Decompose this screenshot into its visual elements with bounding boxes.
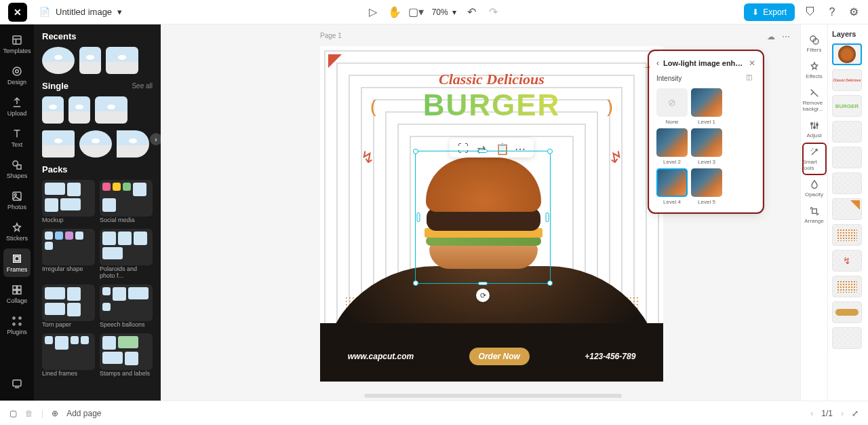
rail-collage[interactable]: Collage	[3, 280, 31, 308]
rr-opacity[interactable]: Opacity	[803, 176, 826, 201]
frame-thumb[interactable]	[42, 96, 64, 124]
pages-icon[interactable]: ▢	[9, 409, 17, 418]
app-logo[interactable]: ✕	[8, 3, 27, 22]
pack-mockup[interactable]	[42, 180, 95, 217]
rail-upload[interactable]: Upload	[3, 92, 31, 121]
order-button[interactable]: Order Now	[469, 348, 530, 365]
headline-1[interactable]: Classic Delicious	[320, 71, 663, 88]
website-text[interactable]: www.capcut.com	[348, 352, 414, 361]
rr-filters[interactable]: Filters	[803, 31, 826, 56]
zoom-level[interactable]: 70%	[432, 7, 448, 17]
chevron-down-icon[interactable]: ▾	[452, 7, 456, 17]
rail-frames[interactable]: Frames	[3, 248, 31, 277]
pack-torn[interactable]	[42, 284, 95, 321]
pack-irregular[interactable]	[42, 229, 95, 265]
layer-item[interactable]	[832, 224, 862, 246]
undo-icon[interactable]: ↶	[466, 6, 478, 18]
close-icon[interactable]: ✕	[749, 58, 755, 68]
rr-adjust[interactable]: Adjust	[803, 117, 826, 142]
cursor-icon[interactable]: ▷	[367, 6, 379, 18]
level-2[interactable]: Level 2	[656, 128, 688, 165]
carousel-next-icon[interactable]: ›	[150, 133, 161, 145]
more-icon[interactable]: ⋯	[782, 32, 790, 41]
fit-icon[interactable]: ⤢	[852, 409, 859, 418]
frame-thumb[interactable]	[117, 130, 149, 158]
document-title[interactable]: Untitled image	[56, 7, 112, 17]
copy-icon[interactable]: 📋	[496, 143, 507, 153]
link-icon[interactable]: ⇄	[477, 143, 488, 153]
pack-stamps[interactable]	[100, 333, 153, 370]
frame-thumb[interactable]	[42, 47, 75, 74]
corner-decoration	[327, 53, 343, 69]
level-5[interactable]: Level 5	[691, 168, 722, 205]
rail-shapes[interactable]: Shapes	[3, 155, 31, 183]
frame-thumb[interactable]	[79, 47, 101, 74]
settings-icon[interactable]: ⚙	[848, 6, 860, 18]
canvas-page[interactable]: Classic Delicious BURGER ( ) ↯ ↯ www.cap…	[320, 46, 663, 382]
compare-icon[interactable]: ◫	[746, 73, 755, 83]
frame-thumb[interactable]	[68, 96, 90, 124]
layer-item[interactable]	[832, 276, 862, 297]
chevron-down-icon[interactable]: ▾	[117, 7, 122, 17]
prev-page-icon[interactable]: ‹	[810, 409, 813, 418]
frame-thumb[interactable]	[79, 130, 112, 158]
phone-text[interactable]: +123-456-789	[585, 352, 635, 361]
add-page-button[interactable]: Add page	[66, 409, 101, 418]
rail-feedback[interactable]	[3, 373, 31, 394]
delete-icon[interactable]: 🗑	[25, 409, 33, 418]
add-page-icon[interactable]: ⊕	[52, 409, 58, 418]
single-heading: Single	[42, 81, 68, 91]
rail-plugins[interactable]: Plugins	[3, 311, 31, 339]
level-3[interactable]: Level 3	[691, 128, 722, 165]
see-all-link[interactable]: See all	[132, 82, 153, 90]
export-button[interactable]: ⬇ Export	[744, 3, 795, 21]
back-icon[interactable]: ‹	[656, 58, 659, 68]
layer-item[interactable]	[832, 147, 862, 168]
page-label: Page 1	[320, 32, 342, 39]
frame-thumb[interactable]	[95, 96, 127, 124]
layer-item[interactable]	[832, 121, 862, 143]
rr-remove-bg[interactable]: Remove backgr...	[803, 84, 826, 115]
hand-icon[interactable]: ✋	[389, 6, 401, 18]
help-icon[interactable]: ?	[826, 6, 838, 18]
next-page-icon[interactable]: ›	[841, 409, 844, 418]
rr-smart-tools[interactable]: Smart tools	[803, 143, 826, 174]
pack-speech[interactable]	[100, 284, 153, 321]
rail-templates[interactable]: Templates	[3, 30, 31, 58]
rail-stickers[interactable]: Stickers	[3, 217, 31, 246]
arrow-decoration: ↯	[361, 148, 381, 175]
rail-text[interactable]: Text	[3, 124, 31, 152]
crop-icon[interactable]: ⛶	[458, 143, 469, 153]
level-1[interactable]: Level 1	[691, 88, 722, 125]
frame-thumb[interactable]	[42, 130, 75, 158]
layer-item[interactable]	[832, 198, 862, 220]
rr-effects[interactable]: Effects	[803, 58, 826, 83]
layer-item[interactable]: BURGER	[832, 95, 862, 117]
pack-lined[interactable]	[42, 333, 95, 370]
more-icon[interactable]: ⋯	[515, 143, 526, 153]
layer-item[interactable]	[832, 301, 862, 323]
crop-icon[interactable]: ▢▾	[410, 6, 422, 18]
layers-heading: Layers	[832, 30, 864, 38]
layer-item[interactable]	[832, 327, 862, 349]
layer-item[interactable]: ↯	[832, 250, 862, 272]
rail-photos[interactable]: Photos	[3, 186, 31, 215]
layer-item[interactable]: Classic Delicious	[832, 69, 862, 91]
pack-polaroids[interactable]	[100, 229, 153, 265]
layer-item[interactable]	[832, 172, 862, 194]
shield-icon[interactable]: ⛉	[804, 6, 816, 18]
rr-arrange[interactable]: Arrange	[803, 202, 826, 227]
svg-point-13	[13, 317, 15, 319]
rail-design[interactable]: Design	[3, 61, 31, 90]
cloud-icon[interactable]: ☁	[767, 32, 775, 41]
frame-thumb[interactable]	[106, 47, 138, 74]
layer-item[interactable]	[832, 43, 862, 65]
level-4[interactable]: Level 4	[656, 168, 688, 205]
redo-icon[interactable]: ↷	[488, 6, 500, 18]
level-none[interactable]: ⊘None	[656, 88, 688, 125]
pack-social[interactable]	[100, 180, 153, 217]
smart-tools-popup: ‹ Low-light image enhan... ✕ Intensity ◫…	[650, 52, 762, 212]
horizontal-scrollbar[interactable]	[364, 394, 622, 398]
burger-image[interactable]	[418, 152, 549, 282]
svg-point-16	[19, 323, 21, 325]
